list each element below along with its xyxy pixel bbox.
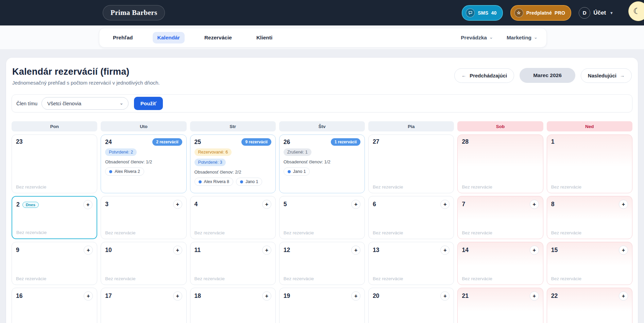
nav-tab-kalendár[interactable]: Kalendár <box>153 32 185 43</box>
add-reservation-button[interactable]: + <box>440 200 450 209</box>
day-cell-top: 27 <box>373 138 450 145</box>
main-nav: PrehľadKalendárRezervácieKlienti Prevádz… <box>99 28 547 48</box>
moon-icon: ☾ <box>633 6 641 16</box>
day-cell-5[interactable]: 5+Bez rezervácie <box>279 196 365 239</box>
day-cell-top: 22+ <box>551 291 628 301</box>
add-reservation-button[interactable]: + <box>619 291 628 301</box>
no-reservation-text: Bez rezervácie <box>284 276 360 281</box>
day-cell-3[interactable]: 3+Bez rezervácie <box>101 196 186 239</box>
member-name: Alex Rivera 2 <box>115 169 140 174</box>
add-reservation-button[interactable]: + <box>83 200 92 209</box>
no-reservation-text: Bez rezervácie <box>284 230 360 235</box>
day-number: 10 <box>105 247 112 254</box>
no-reservation-text: Bez rezervácie <box>105 230 182 235</box>
day-cell-8[interactable]: 8+Bez rezervácie <box>547 196 632 239</box>
day-cell-11[interactable]: 11+Bez rezervácie <box>190 242 276 285</box>
page-subtitle: Jednomesačný prehľad s počtom rezervácií… <box>12 80 160 86</box>
day-number: 3 <box>105 201 108 208</box>
add-reservation-button[interactable]: + <box>619 246 628 255</box>
nav-tab-prehľad[interactable]: Prehľad <box>108 32 138 43</box>
day-cell-top: 259 rezervácií <box>194 138 271 146</box>
add-reservation-button[interactable]: + <box>530 200 539 209</box>
day-cell-9[interactable]: 9+Bez rezervácie <box>12 242 97 285</box>
day-cell-15[interactable]: 15+Bez rezervácie <box>547 242 632 285</box>
account-label: Účet <box>593 10 606 16</box>
day-cell-25[interactable]: 259 rezerváciíRezervované: 6Potvrdené: 3… <box>190 134 276 193</box>
day-number: 28 <box>462 138 468 145</box>
nav-tab-rezervácie[interactable]: Rezervácie <box>200 32 237 43</box>
add-reservation-button[interactable]: + <box>262 291 271 301</box>
team-member-filter-label: Člen tímu <box>16 101 37 106</box>
day-cell-13[interactable]: 13+Bez rezervácie <box>368 242 454 285</box>
day-cell-28[interactable]: 28Bez rezervácie <box>457 134 543 193</box>
previous-month-button[interactable]: ← Predchádzajúci <box>454 68 514 83</box>
no-reservation-text: Bez rezervácie <box>462 230 539 235</box>
day-cell-27[interactable]: 27Bez rezervácie <box>368 134 454 193</box>
chevron-down-icon: ⌄ <box>534 35 538 40</box>
day-cell-23[interactable]: 23Bez rezervácie <box>12 134 97 193</box>
add-reservation-button[interactable]: + <box>351 246 360 255</box>
day-cell-1[interactable]: 1Bez rezervácie <box>547 134 632 193</box>
day-cell-top: 242 rezervácií <box>105 138 182 146</box>
add-reservation-button[interactable]: + <box>530 246 539 255</box>
calendar-page: Kalendár rezervácií (firma) Jednomesačný… <box>6 58 638 323</box>
nav-tab-klienti[interactable]: Klienti <box>252 32 277 43</box>
day-cell-2[interactable]: 2Dnes+Bez rezervácie <box>12 196 97 239</box>
month-navigation: ← Predchádzajúci Marec 2026 Nasledujúci … <box>454 68 632 83</box>
avatar: D <box>579 7 590 19</box>
no-reservation-text: Bez rezervácie <box>551 230 628 235</box>
day-cell-14[interactable]: 14+Bez rezervácie <box>457 242 543 285</box>
day-cell-22[interactable]: 22+Bez rezervácie <box>547 288 632 323</box>
add-reservation-button[interactable]: + <box>173 200 182 209</box>
add-reservation-button[interactable]: + <box>351 200 360 209</box>
add-reservation-button[interactable]: + <box>530 291 539 301</box>
add-reservation-button[interactable]: + <box>262 246 271 255</box>
day-header-pon: Pon <box>12 121 97 131</box>
subscription-badge[interactable]: ☆ Predplatné PRO <box>510 5 572 21</box>
day-cell-7[interactable]: 7+Bez rezervácie <box>457 196 543 239</box>
day-cell-12[interactable]: 12+Bez rezervácie <box>279 242 365 285</box>
member-name: Jano 1 <box>245 179 258 184</box>
day-cell-26[interactable]: 261 rezerváciíZrušené: 1Obsadenosť členo… <box>279 134 365 193</box>
add-reservation-button[interactable]: + <box>173 246 182 255</box>
add-reservation-button[interactable]: + <box>173 291 182 301</box>
day-cell-top: 12+ <box>284 246 360 255</box>
add-reservation-button[interactable]: + <box>440 246 450 255</box>
team-member-select[interactable]: Všetci členovia ⌄ <box>41 97 129 110</box>
day-number: 25 <box>194 139 201 146</box>
no-reservation-text: Bez rezervácie <box>551 276 628 281</box>
sms-credit-badge[interactable]: SMS 40 <box>462 5 503 21</box>
add-reservation-button[interactable]: + <box>84 246 93 255</box>
day-header-uto: Uto <box>101 121 186 131</box>
day-cell-16[interactable]: 16+Bez rezervácie <box>12 288 97 323</box>
no-reservation-text: Bez rezervácie <box>373 276 450 281</box>
add-reservation-button[interactable]: + <box>619 200 628 209</box>
day-cell-4[interactable]: 4+Bez rezervácie <box>190 196 276 239</box>
account-menu[interactable]: D Účet ▼ <box>579 7 613 19</box>
nav-dropdown-prevádzka[interactable]: Prevádzka⌄ <box>461 35 493 41</box>
member-pill: Alex Rivera 8 <box>194 178 233 186</box>
day-number: 24 <box>105 139 112 146</box>
day-cell-10[interactable]: 10+Bez rezervácie <box>101 242 186 285</box>
next-month-button[interactable]: Nasledujúci → <box>581 68 632 83</box>
reservation-count-badge: 9 rezervácií <box>241 138 271 146</box>
apply-filter-button[interactable]: Použiť <box>134 97 163 110</box>
add-reservation-button[interactable]: + <box>440 291 450 301</box>
day-cell-17[interactable]: 17+Bez rezervácie <box>101 288 186 323</box>
add-reservation-button[interactable]: + <box>84 291 93 301</box>
day-cell-6[interactable]: 6+Bez rezervácie <box>368 196 454 239</box>
day-cell-19[interactable]: 19+Bez rezervácie <box>279 288 365 323</box>
theme-toggle-button[interactable]: ☾ <box>628 1 644 21</box>
day-number: 21 <box>462 292 468 300</box>
day-cell-top: 4+ <box>194 200 271 209</box>
add-reservation-button[interactable]: + <box>262 200 271 209</box>
team-member-select-value: Všetci členovia <box>47 101 81 106</box>
day-cell-20[interactable]: 20+Bez rezervácie <box>368 288 454 323</box>
members-row: Jano 1 <box>284 167 360 176</box>
day-cell-18[interactable]: 18+Bez rezervácie <box>190 288 276 323</box>
day-cell-21[interactable]: 21+Bez rezervácie <box>457 288 543 323</box>
day-cell-24[interactable]: 242 rezerváciíPotvrdené: 2Obsadenosť čle… <box>101 134 186 193</box>
add-reservation-button[interactable]: + <box>351 291 360 301</box>
today-badge: Dnes <box>22 202 39 208</box>
nav-dropdown-marketing[interactable]: Marketing⌄ <box>507 35 538 41</box>
